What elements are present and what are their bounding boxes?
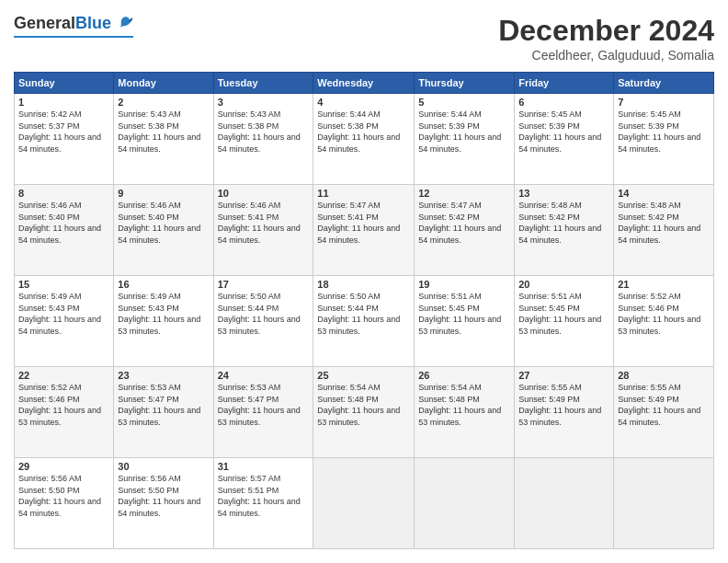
day-info: Sunrise: 5:47 AMSunset: 5:41 PMDaylight:… [317, 201, 400, 245]
day-number: 11 [317, 188, 410, 199]
day-number: 25 [317, 370, 410, 381]
day-info: Sunrise: 5:46 AMSunset: 5:41 PMDaylight:… [218, 201, 301, 245]
calendar-cell: 23 Sunrise: 5:53 AMSunset: 5:47 PMDaylig… [114, 367, 213, 458]
week-row: 1 Sunrise: 5:42 AMSunset: 5:37 PMDayligh… [15, 94, 714, 185]
day-info: Sunrise: 5:44 AMSunset: 5:38 PMDaylight:… [317, 109, 400, 154]
calendar-cell: 27 Sunrise: 5:55 AMSunset: 5:49 PMDaylig… [515, 367, 614, 458]
day-info: Sunrise: 5:57 AMSunset: 5:51 PMDaylight:… [218, 474, 301, 518]
calendar-cell: 16 Sunrise: 5:49 AMSunset: 5:43 PMDaylig… [114, 276, 213, 367]
day-number: 6 [518, 97, 609, 108]
weekday-header-cell: Tuesday [213, 73, 313, 94]
calendar-cell: 9 Sunrise: 5:46 AMSunset: 5:40 PMDayligh… [114, 185, 213, 276]
day-number: 5 [418, 97, 510, 108]
calendar-cell: 5 Sunrise: 5:44 AMSunset: 5:39 PMDayligh… [415, 94, 515, 185]
day-number: 17 [218, 279, 310, 290]
week-row: 15 Sunrise: 5:49 AMSunset: 5:43 PMDaylig… [15, 276, 714, 367]
day-info: Sunrise: 5:49 AMSunset: 5:43 PMDaylight:… [118, 292, 200, 336]
day-number: 26 [418, 370, 510, 381]
calendar-cell: 4 Sunrise: 5:44 AMSunset: 5:38 PMDayligh… [313, 94, 415, 185]
day-number: 8 [18, 188, 109, 199]
calendar-cell [614, 458, 714, 549]
day-info: Sunrise: 5:43 AMSunset: 5:38 PMDaylight:… [218, 109, 301, 154]
calendar-cell: 14 Sunrise: 5:48 AMSunset: 5:42 PMDaylig… [614, 185, 714, 276]
title-block: December 2024 Ceeldheer, Galguduud, Soma… [498, 14, 714, 63]
day-number: 15 [18, 279, 109, 290]
day-info: Sunrise: 5:53 AMSunset: 5:47 PMDaylight:… [118, 383, 200, 427]
calendar-cell: 17 Sunrise: 5:50 AMSunset: 5:44 PMDaylig… [213, 276, 313, 367]
page: GeneralBlue December 2024 Ceeldheer, Gal… [0, 0, 728, 563]
day-number: 16 [118, 279, 209, 290]
day-number: 13 [518, 188, 609, 199]
calendar-cell: 20 Sunrise: 5:51 AMSunset: 5:45 PMDaylig… [515, 276, 614, 367]
calendar-cell: 29 Sunrise: 5:56 AMSunset: 5:50 PMDaylig… [15, 458, 114, 549]
day-info: Sunrise: 5:48 AMSunset: 5:42 PMDaylight:… [518, 201, 601, 245]
day-info: Sunrise: 5:54 AMSunset: 5:48 PMDaylight:… [317, 383, 400, 427]
day-number: 27 [518, 370, 609, 381]
day-info: Sunrise: 5:53 AMSunset: 5:47 PMDaylight:… [218, 383, 301, 427]
day-info: Sunrise: 5:51 AMSunset: 5:45 PMDaylight:… [418, 292, 501, 336]
day-number: 7 [618, 97, 710, 108]
calendar-cell: 2 Sunrise: 5:43 AMSunset: 5:38 PMDayligh… [114, 94, 213, 185]
calendar-cell: 6 Sunrise: 5:45 AMSunset: 5:39 PMDayligh… [515, 94, 614, 185]
calendar-cell: 28 Sunrise: 5:55 AMSunset: 5:49 PMDaylig… [614, 367, 714, 458]
day-info: Sunrise: 5:50 AMSunset: 5:44 PMDaylight:… [317, 292, 400, 336]
day-info: Sunrise: 5:55 AMSunset: 5:49 PMDaylight:… [618, 383, 700, 427]
day-number: 2 [118, 97, 209, 108]
day-info: Sunrise: 5:42 AMSunset: 5:37 PMDaylight:… [18, 109, 101, 154]
day-number: 18 [317, 279, 410, 290]
calendar-cell: 7 Sunrise: 5:45 AMSunset: 5:39 PMDayligh… [614, 94, 714, 185]
day-info: Sunrise: 5:51 AMSunset: 5:45 PMDaylight:… [518, 292, 601, 336]
weekday-header-cell: Sunday [15, 73, 114, 94]
day-info: Sunrise: 5:54 AMSunset: 5:48 PMDaylight:… [418, 383, 501, 427]
calendar-cell: 21 Sunrise: 5:52 AMSunset: 5:46 PMDaylig… [614, 276, 714, 367]
calendar-cell: 25 Sunrise: 5:54 AMSunset: 5:48 PMDaylig… [313, 367, 415, 458]
calendar-cell: 24 Sunrise: 5:53 AMSunset: 5:47 PMDaylig… [213, 367, 313, 458]
logo-general-text: General [14, 14, 75, 32]
week-row: 22 Sunrise: 5:52 AMSunset: 5:46 PMDaylig… [15, 367, 714, 458]
day-info: Sunrise: 5:56 AMSunset: 5:50 PMDaylight:… [18, 474, 101, 518]
day-number: 30 [118, 461, 209, 472]
logo: GeneralBlue [14, 14, 133, 38]
calendar-table: SundayMondayTuesdayWednesdayThursdayFrid… [14, 72, 714, 549]
calendar-cell: 22 Sunrise: 5:52 AMSunset: 5:46 PMDaylig… [15, 367, 114, 458]
day-number: 1 [18, 97, 109, 108]
calendar-cell: 1 Sunrise: 5:42 AMSunset: 5:37 PMDayligh… [15, 94, 114, 185]
calendar-cell: 26 Sunrise: 5:54 AMSunset: 5:48 PMDaylig… [415, 367, 515, 458]
location: Ceeldheer, Galguduud, Somalia [498, 48, 714, 63]
day-number: 20 [518, 279, 609, 290]
logo-blue-text: Blue [75, 14, 111, 32]
day-info: Sunrise: 5:43 AMSunset: 5:38 PMDaylight:… [118, 109, 200, 154]
day-number: 29 [18, 461, 109, 472]
day-number: 19 [418, 279, 510, 290]
calendar-cell: 15 Sunrise: 5:49 AMSunset: 5:43 PMDaylig… [15, 276, 114, 367]
day-info: Sunrise: 5:45 AMSunset: 5:39 PMDaylight:… [618, 109, 700, 154]
day-info: Sunrise: 5:46 AMSunset: 5:40 PMDaylight:… [118, 201, 200, 245]
weekday-header-cell: Monday [114, 73, 213, 94]
calendar-cell: 12 Sunrise: 5:47 AMSunset: 5:42 PMDaylig… [415, 185, 515, 276]
day-number: 9 [118, 188, 209, 199]
calendar-cell [313, 458, 415, 549]
day-number: 21 [618, 279, 710, 290]
weekday-header-row: SundayMondayTuesdayWednesdayThursdayFrid… [15, 73, 714, 94]
calendar-cell: 10 Sunrise: 5:46 AMSunset: 5:41 PMDaylig… [213, 185, 313, 276]
month-title: December 2024 [498, 14, 714, 48]
calendar-cell: 30 Sunrise: 5:56 AMSunset: 5:50 PMDaylig… [114, 458, 213, 549]
day-number: 4 [317, 97, 410, 108]
day-info: Sunrise: 5:45 AMSunset: 5:39 PMDaylight:… [518, 109, 601, 154]
day-info: Sunrise: 5:52 AMSunset: 5:46 PMDaylight:… [618, 292, 700, 336]
calendar-cell: 3 Sunrise: 5:43 AMSunset: 5:38 PMDayligh… [213, 94, 313, 185]
header: GeneralBlue December 2024 Ceeldheer, Gal… [14, 14, 714, 63]
day-info: Sunrise: 5:44 AMSunset: 5:39 PMDaylight:… [418, 109, 501, 154]
logo-bird-icon [113, 14, 133, 34]
day-info: Sunrise: 5:47 AMSunset: 5:42 PMDaylight:… [418, 201, 501, 245]
calendar-cell: 13 Sunrise: 5:48 AMSunset: 5:42 PMDaylig… [515, 185, 614, 276]
calendar-cell: 11 Sunrise: 5:47 AMSunset: 5:41 PMDaylig… [313, 185, 415, 276]
calendar-cell [415, 458, 515, 549]
weekday-header-cell: Thursday [415, 73, 515, 94]
day-info: Sunrise: 5:46 AMSunset: 5:40 PMDaylight:… [18, 201, 101, 245]
calendar-cell: 19 Sunrise: 5:51 AMSunset: 5:45 PMDaylig… [415, 276, 515, 367]
calendar-cell [515, 458, 614, 549]
day-info: Sunrise: 5:49 AMSunset: 5:43 PMDaylight:… [18, 292, 101, 336]
day-number: 22 [18, 370, 109, 381]
week-row: 29 Sunrise: 5:56 AMSunset: 5:50 PMDaylig… [15, 458, 714, 549]
